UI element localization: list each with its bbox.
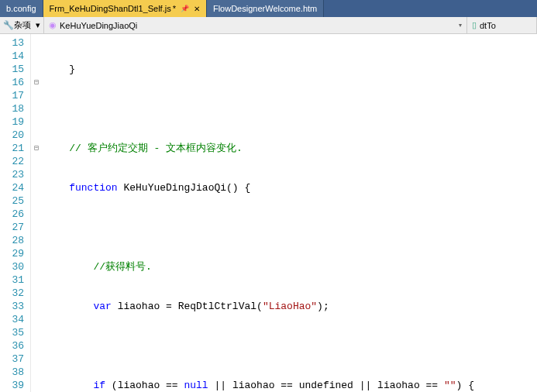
fold-toggle[interactable]: ⊟ xyxy=(31,76,42,89)
fold-column: ⊟ ⊟ ⊟ xyxy=(31,34,42,392)
line-number: 22 xyxy=(0,155,24,168)
tab-label: b.config xyxy=(6,4,36,13)
fold xyxy=(31,168,42,181)
line-number: 15 xyxy=(0,63,24,76)
nav-function-label: KeHuYueDingJiaoQi xyxy=(60,21,137,30)
fold xyxy=(31,194,42,208)
nav-scope[interactable]: 🔧 杂项 ▾ xyxy=(0,17,44,33)
fold xyxy=(31,287,42,300)
fold xyxy=(31,89,42,102)
line-number: 18 xyxy=(0,102,24,115)
line-number: 20 xyxy=(0,129,24,142)
line-number: 35 xyxy=(0,326,24,339)
fold xyxy=(31,339,42,352)
fold xyxy=(31,313,42,326)
line-number: 23 xyxy=(0,168,24,181)
line-number: 16 xyxy=(0,76,24,89)
fold xyxy=(31,352,42,366)
wrench-icon: 🔧 xyxy=(3,20,14,30)
code-line: // 客户约定交期 - 文本框内容变化. xyxy=(42,142,537,155)
tab-self-js[interactable]: Frm_KeHuDingShanDtl1_Self.js* 📌 ✕ xyxy=(43,0,207,17)
nav-function[interactable]: ◉ KeHuYueDingJiaoQi ▾ xyxy=(44,17,467,33)
tab-label: FlowDesignerWelcome.htm xyxy=(213,4,317,13)
line-number: 33 xyxy=(0,300,24,313)
nav-member[interactable]: ▯ dtTo xyxy=(467,17,537,33)
line-number: 31 xyxy=(0,273,24,287)
line-number: 26 xyxy=(0,208,24,221)
line-number: 27 xyxy=(0,221,24,234)
fold xyxy=(31,129,42,142)
unsaved-indicator: * xyxy=(173,4,176,13)
fold xyxy=(31,50,42,63)
code-area[interactable]: } // 客户约定交期 - 文本框内容变化. function KeHuYueD… xyxy=(42,34,537,392)
fold xyxy=(31,300,42,313)
line-number: 21 xyxy=(0,142,24,155)
field-icon: ▯ xyxy=(472,20,477,30)
code-line: function KeHuYueDingJiaoQi() { xyxy=(42,181,537,194)
code-line xyxy=(42,339,537,352)
tab-bar: b.config Frm_KeHuDingShanDtl1_Self.js* 📌… xyxy=(0,0,537,17)
fold xyxy=(31,273,42,287)
pin-icon[interactable]: 📌 xyxy=(181,5,189,12)
fold xyxy=(31,36,42,50)
method-icon: ◉ xyxy=(49,20,57,30)
line-number: 13 xyxy=(0,36,24,50)
line-number: 37 xyxy=(0,352,24,366)
fold xyxy=(31,63,42,76)
nav-bar: 🔧 杂项 ▾ ◉ KeHuYueDingJiaoQi ▾ ▯ dtTo xyxy=(0,17,537,34)
nav-scope-label: 杂项 xyxy=(14,19,31,31)
chevron-down-icon: ▾ xyxy=(459,22,462,29)
chevron-down-icon: ▾ xyxy=(36,20,40,30)
line-number: 36 xyxy=(0,339,24,352)
line-number: 38 xyxy=(0,366,24,379)
code-line: if (liaohao == null || liaohao == undefi… xyxy=(42,379,537,392)
line-number: 30 xyxy=(0,260,24,273)
code-line xyxy=(42,102,537,115)
fold xyxy=(31,326,42,339)
fold xyxy=(31,221,42,234)
line-number: 17 xyxy=(0,89,24,102)
line-number: 14 xyxy=(0,50,24,63)
line-number: 25 xyxy=(0,194,24,208)
code-line: var liaohao = ReqDtlCtrlVal("LiaoHao"); xyxy=(42,300,537,313)
line-number: 32 xyxy=(0,287,24,300)
fold xyxy=(31,379,42,392)
line-number: 39 xyxy=(0,379,24,392)
code-editor: 13 14 15 16 17 18 19 20 21 22 23 24 25 2… xyxy=(0,34,537,392)
code-line: //获得料号. xyxy=(42,260,537,273)
fold xyxy=(31,234,42,247)
fold xyxy=(31,366,42,379)
fold xyxy=(31,208,42,221)
fold xyxy=(31,247,42,260)
fold xyxy=(31,155,42,168)
fold xyxy=(31,181,42,194)
tab-welcome[interactable]: FlowDesignerWelcome.htm xyxy=(207,0,324,17)
code-line xyxy=(42,221,537,234)
line-gutter: 13 14 15 16 17 18 19 20 21 22 23 24 25 2… xyxy=(0,34,31,392)
fold xyxy=(31,260,42,273)
line-number: 29 xyxy=(0,247,24,260)
fold xyxy=(31,102,42,115)
close-icon[interactable]: ✕ xyxy=(194,5,200,13)
code-line: } xyxy=(42,63,537,76)
line-number: 28 xyxy=(0,234,24,247)
line-number: 19 xyxy=(0,115,24,129)
fold xyxy=(31,115,42,129)
line-number: 24 xyxy=(0,181,24,194)
fold-toggle[interactable]: ⊟ xyxy=(31,142,42,155)
tab-config[interactable]: b.config xyxy=(0,0,43,17)
line-number: 34 xyxy=(0,313,24,326)
tab-label: Frm_KeHuDingShanDtl1_Self.js xyxy=(50,4,171,13)
nav-member-label: dtTo xyxy=(480,21,496,30)
